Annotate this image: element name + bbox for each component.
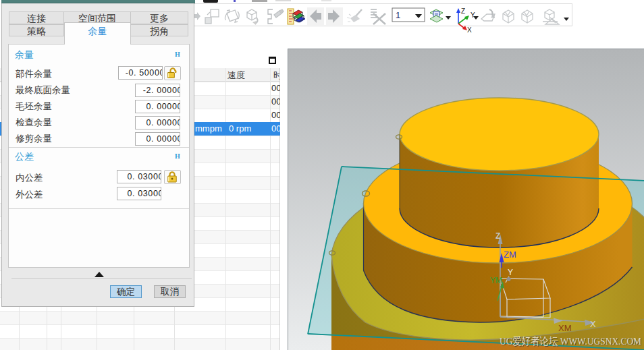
svg-text:X: X xyxy=(467,26,472,34)
svg-text:Y: Y xyxy=(508,268,513,277)
svg-text:X: X xyxy=(590,319,596,329)
svg-text:XM: XM xyxy=(558,323,572,333)
svg-text:ZM: ZM xyxy=(504,250,516,260)
svg-text:Z: Z xyxy=(495,231,500,241)
svg-text:YM: YM xyxy=(490,276,502,285)
svg-text:Z: Z xyxy=(461,7,465,15)
svg-text:UG爱好者论坛 WWW.UGSNX.COM: UG爱好者论坛 WWW.UGSNX.COM xyxy=(500,335,641,347)
svg-text:1: 1 xyxy=(396,10,400,20)
